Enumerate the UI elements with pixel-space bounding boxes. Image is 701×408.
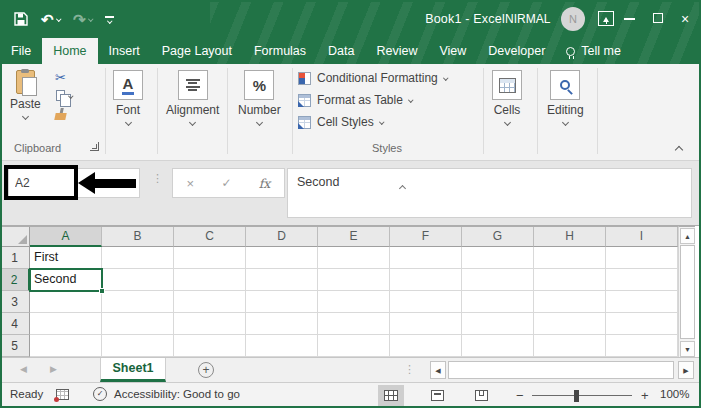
cell[interactable] xyxy=(102,269,174,291)
page-layout-view-button[interactable] xyxy=(424,385,450,406)
new-sheet-button[interactable]: + xyxy=(198,362,214,378)
column-header-i[interactable]: I xyxy=(606,227,678,247)
cell[interactable] xyxy=(174,335,246,357)
cell[interactable] xyxy=(534,291,606,313)
cell[interactable] xyxy=(246,291,318,313)
cells-group-button[interactable]: Cells xyxy=(492,70,522,125)
zoom-slider-thumb[interactable] xyxy=(574,390,579,402)
cell[interactable] xyxy=(462,313,534,335)
zoom-slider-track[interactable] xyxy=(532,395,632,396)
column-header-g[interactable]: G xyxy=(462,227,534,247)
cell[interactable] xyxy=(462,291,534,313)
formula-bar-drag-handle[interactable]: ⋮ xyxy=(152,172,163,185)
cell[interactable] xyxy=(606,247,678,269)
zoom-in-button[interactable]: + xyxy=(641,388,649,403)
cell[interactable] xyxy=(102,291,174,313)
cell[interactable] xyxy=(174,269,246,291)
expand-formula-bar-button[interactable] xyxy=(400,177,405,195)
tab-page-layout[interactable]: Page Layout xyxy=(151,38,243,64)
cancel-icon[interactable]: × xyxy=(187,176,195,191)
tell-me-box[interactable]: Tell me xyxy=(556,38,631,64)
zoom-out-button[interactable]: − xyxy=(516,388,524,403)
undo-dropdown-icon[interactable] xyxy=(56,17,61,22)
tab-review[interactable]: Review xyxy=(365,38,428,64)
paste-button[interactable]: Paste xyxy=(10,70,41,119)
number-group-button[interactable]: % Number xyxy=(238,70,281,125)
cell[interactable] xyxy=(606,313,678,335)
enter-icon[interactable]: ✓ xyxy=(221,176,231,190)
alignment-dropdown-icon[interactable] xyxy=(189,119,196,126)
row-header-1[interactable]: 1 xyxy=(0,247,30,269)
select-all-button[interactable] xyxy=(0,227,30,247)
redo-button[interactable]: ↷ xyxy=(73,12,92,27)
collapse-ribbon-button[interactable] xyxy=(676,142,682,156)
alignment-group-button[interactable]: Alignment xyxy=(166,70,219,125)
format-as-table-button[interactable]: Format as Table xyxy=(298,93,412,107)
cell[interactable] xyxy=(534,269,606,291)
normal-view-button[interactable] xyxy=(378,385,404,406)
cell[interactable] xyxy=(462,335,534,357)
column-header-h[interactable]: H xyxy=(534,227,606,247)
close-button[interactable]: × xyxy=(681,9,689,29)
cell[interactable] xyxy=(30,313,102,335)
cell[interactable] xyxy=(102,335,174,357)
tab-formulas[interactable]: Formulas xyxy=(243,38,317,64)
number-dropdown-icon[interactable] xyxy=(256,119,263,126)
cell[interactable] xyxy=(174,291,246,313)
cell[interactable] xyxy=(390,291,462,313)
vertical-scrollbar[interactable]: ▲ ▼ xyxy=(678,226,695,358)
hscroll-right-icon[interactable]: ▶ xyxy=(678,361,694,379)
cell[interactable] xyxy=(390,335,462,357)
font-group-button[interactable]: A Font xyxy=(113,70,143,125)
editing-group-button[interactable]: Editing xyxy=(547,70,584,125)
cell[interactable] xyxy=(534,335,606,357)
customize-qat-button[interactable] xyxy=(105,16,114,22)
cell[interactable] xyxy=(246,313,318,335)
vertical-scrollbar-thumb[interactable] xyxy=(680,245,695,339)
tab-home[interactable]: Home xyxy=(42,38,97,64)
cell[interactable] xyxy=(246,269,318,291)
column-header-f[interactable]: F xyxy=(390,227,462,247)
cell[interactable] xyxy=(30,291,102,313)
tab-insert[interactable]: Insert xyxy=(98,38,151,64)
hscroll-left-icon[interactable]: ◀ xyxy=(430,361,446,379)
undo-button[interactable]: ↶ xyxy=(41,12,60,27)
cells-dropdown-icon[interactable] xyxy=(503,119,510,126)
macro-record-icon[interactable] xyxy=(56,389,69,400)
copy-button[interactable] xyxy=(56,90,73,101)
cell[interactable] xyxy=(606,335,678,357)
cell-styles-button[interactable]: Cell Styles xyxy=(298,115,383,129)
clipboard-dialog-launcher-icon[interactable] xyxy=(90,142,99,151)
user-name[interactable]: NIRMAL xyxy=(505,12,550,26)
cell[interactable] xyxy=(462,269,534,291)
scroll-down-icon[interactable]: ▼ xyxy=(680,341,695,357)
cell[interactable] xyxy=(318,247,390,269)
row-header-2[interactable]: 2 xyxy=(0,269,30,291)
next-sheet-icon[interactable]: ▶ xyxy=(50,364,57,374)
scroll-up-icon[interactable]: ▲ xyxy=(680,228,695,244)
tab-developer[interactable]: Developer xyxy=(477,38,556,64)
column-header-a[interactable]: A xyxy=(30,227,102,247)
column-header-e[interactable]: E xyxy=(318,227,390,247)
maximize-button[interactable] xyxy=(653,13,663,23)
sheet-tab-sheet1[interactable]: Sheet1 xyxy=(100,358,166,382)
conditional-formatting-button[interactable]: Conditional Formatting xyxy=(298,71,447,85)
cut-button[interactable]: ✂ xyxy=(55,71,66,84)
cell[interactable] xyxy=(534,247,606,269)
cell[interactable] xyxy=(246,335,318,357)
column-header-b[interactable]: B xyxy=(102,227,174,247)
tab-data[interactable]: Data xyxy=(317,38,365,64)
insert-function-icon[interactable]: fx xyxy=(259,176,271,191)
row-header-3[interactable]: 3 xyxy=(0,291,30,313)
cell[interactable] xyxy=(174,313,246,335)
cell[interactable] xyxy=(318,291,390,313)
row-header-5[interactable]: 5 xyxy=(0,335,30,357)
ribbon-display-options-button[interactable] xyxy=(598,11,614,26)
font-dropdown-icon[interactable] xyxy=(124,119,131,126)
cell-a1[interactable]: First xyxy=(30,247,102,269)
cell[interactable] xyxy=(606,291,678,313)
paste-dropdown-icon[interactable] xyxy=(22,113,29,120)
cell[interactable] xyxy=(318,335,390,357)
name-box[interactable] xyxy=(8,168,140,198)
editing-dropdown-icon[interactable] xyxy=(562,119,569,126)
